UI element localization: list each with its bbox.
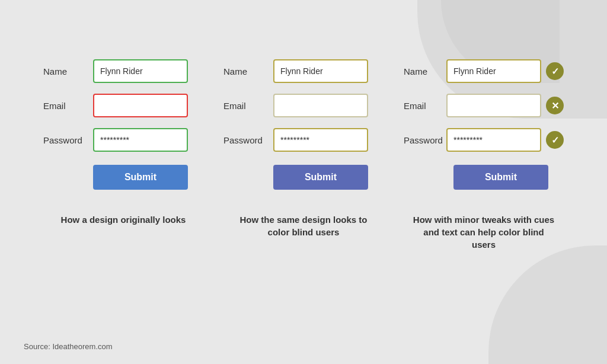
check-icon-name: ✓: [546, 62, 564, 80]
input-password-cues[interactable]: [446, 128, 541, 152]
captions-row: How a design originally looks How the sa…: [51, 213, 556, 251]
form-row-email-cues: Email ✕: [404, 94, 564, 117]
label-password-colorblind: Password: [223, 135, 266, 145]
panel-colorblind: Name Email Password Submit: [223, 59, 368, 190]
submit-button-colorblind[interactable]: Submit: [273, 165, 368, 190]
x-icon-email: ✕: [546, 97, 564, 114]
label-password-original: Password: [43, 135, 86, 145]
caption-colorblind: How the same design looks to color blind…: [231, 213, 376, 251]
submit-button-cues[interactable]: Submit: [453, 165, 548, 190]
form-row-password-original: Password: [43, 128, 188, 152]
label-name-colorblind: Name: [223, 66, 266, 76]
label-name-cues: Name: [404, 66, 446, 76]
main-container: Name Email Password Submit Name Email: [0, 0, 607, 251]
panel-original: Name Email Password Submit: [43, 59, 188, 190]
input-name-colorblind[interactable]: [273, 59, 368, 83]
input-name-cues[interactable]: [446, 59, 541, 83]
label-email-colorblind: Email: [223, 101, 266, 111]
panel-cues: Name ✓ Email ✕ Password ✓ Submit: [404, 59, 564, 190]
input-password-original[interactable]: [93, 128, 188, 152]
label-email-original: Email: [43, 101, 86, 111]
form-row-name-cues: Name ✓: [404, 59, 564, 83]
form-row-name-colorblind: Name: [223, 59, 368, 83]
check-icon-password: ✓: [546, 131, 564, 149]
form-row-email-original: Email: [43, 94, 188, 117]
source-label: Source: Ideatheorem.com: [24, 342, 113, 351]
input-email-cues[interactable]: [446, 94, 541, 117]
forms-row: Name Email Password Submit Name Email: [43, 59, 564, 190]
label-name-original: Name: [43, 66, 86, 76]
input-name-original[interactable]: [93, 59, 188, 83]
caption-cues: How with minor tweaks with cues and text…: [411, 213, 556, 251]
submit-button-original[interactable]: Submit: [93, 165, 188, 190]
input-email-original[interactable]: [93, 94, 188, 117]
label-email-cues: Email: [404, 101, 446, 111]
label-password-cues: Password: [404, 135, 446, 145]
form-row-password-cues: Password ✓: [404, 128, 564, 152]
form-row-email-colorblind: Email: [223, 94, 368, 117]
bg-decoration-bottom-right: [488, 245, 607, 364]
form-row-name-original: Name: [43, 59, 188, 83]
form-row-password-colorblind: Password: [223, 128, 368, 152]
caption-original: How a design originally looks: [51, 213, 196, 251]
input-password-colorblind[interactable]: [273, 128, 368, 152]
input-email-colorblind[interactable]: [273, 94, 368, 117]
